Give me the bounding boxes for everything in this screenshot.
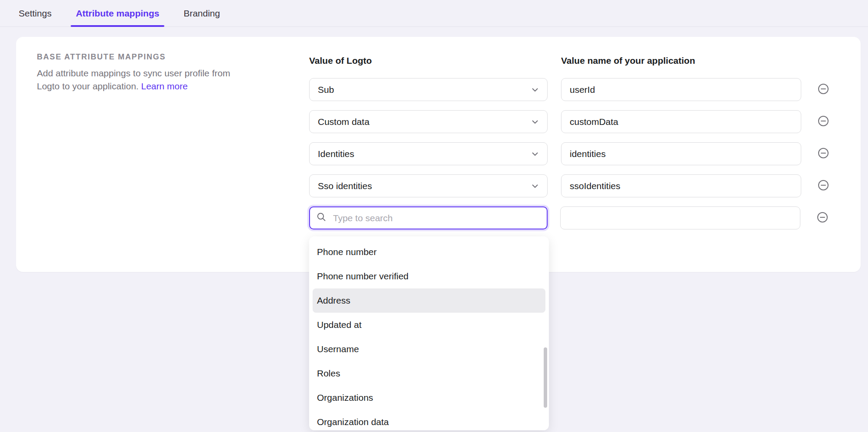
app-value-input[interactable] (560, 206, 800, 229)
logto-value-select-label: Identities (318, 149, 354, 159)
chevron-down-icon (531, 118, 539, 126)
tab-bar: Settings Attribute mappings Branding (0, 0, 868, 27)
mapping-row: Identities (309, 142, 829, 165)
description-text: Add attribute mappings to sync user prof… (37, 68, 230, 91)
minus-circle-icon (818, 147, 829, 160)
remove-mapping-button[interactable] (818, 148, 829, 160)
logto-value-select[interactable]: Identities (309, 142, 548, 165)
mapping-rows: Sub Custom data (309, 78, 829, 229)
remove-mapping-button[interactable] (817, 213, 828, 224)
remove-mapping-button[interactable] (818, 84, 829, 95)
section-title: BASE ATTRIBUTE MAPPINGS (37, 52, 245, 62)
logto-value-select-label: Custom data (318, 117, 369, 127)
dropdown-option[interactable]: Organizations (313, 386, 545, 410)
dropdown-option[interactable]: Phone number (313, 240, 545, 264)
logto-value-search-box[interactable] (309, 206, 548, 229)
mapping-row: Sub (309, 78, 829, 101)
app-value-input[interactable] (561, 78, 801, 101)
chevron-down-icon (531, 182, 539, 190)
dropdown-option[interactable]: Username (313, 337, 545, 361)
minus-circle-icon (818, 115, 829, 128)
logto-value-select[interactable]: Custom data (309, 110, 548, 133)
app-value-input[interactable] (561, 110, 801, 133)
attribute-mappings-page: Settings Attribute mappings Branding BAS… (0, 0, 868, 432)
logto-value-select-label: Sso identities (318, 181, 372, 191)
tab-settings[interactable]: Settings (13, 0, 57, 26)
remove-mapping-button[interactable] (818, 116, 829, 128)
minus-circle-icon (818, 83, 829, 96)
search-input[interactable] (332, 213, 547, 224)
search-icon (317, 212, 326, 224)
chevron-down-icon (531, 85, 539, 94)
section-intro: BASE ATTRIBUTE MAPPINGS Add attribute ma… (37, 52, 245, 93)
logto-value-select[interactable]: Sso identities (309, 174, 548, 197)
mapping-row: Custom data (309, 110, 829, 133)
dropdown-option[interactable]: Address (313, 288, 545, 313)
mapping-row-new (309, 206, 829, 229)
tab-attribute-mappings[interactable]: Attribute mappings (71, 0, 165, 26)
attribute-dropdown-listbox: Phone number Phone number verified Addre… (309, 236, 549, 430)
logto-value-select[interactable]: Sub (309, 78, 548, 101)
dropdown-option[interactable]: Phone number verified (313, 264, 545, 288)
column-header-app-value: Value name of your application (561, 56, 695, 66)
section-description: Add attribute mappings to sync user prof… (37, 67, 244, 93)
app-value-input[interactable] (561, 174, 801, 197)
dropdown-scrollbar-thumb[interactable] (544, 347, 547, 408)
remove-mapping-button[interactable] (818, 180, 829, 192)
column-header-logto-value: Value of Logto (309, 56, 372, 66)
minus-circle-icon (817, 212, 828, 224)
dropdown-option[interactable]: Organization data (313, 410, 545, 430)
chevron-down-icon (531, 150, 539, 158)
dropdown-option[interactable]: Roles (313, 361, 545, 386)
learn-more-link[interactable]: Learn more (141, 81, 188, 91)
tab-branding[interactable]: Branding (178, 0, 225, 26)
mapping-row: Sso identities (309, 174, 829, 197)
minus-circle-icon (818, 180, 829, 192)
logto-value-select-label: Sub (318, 85, 334, 95)
dropdown-option[interactable]: Updated at (313, 313, 545, 337)
app-value-input[interactable] (561, 142, 801, 165)
